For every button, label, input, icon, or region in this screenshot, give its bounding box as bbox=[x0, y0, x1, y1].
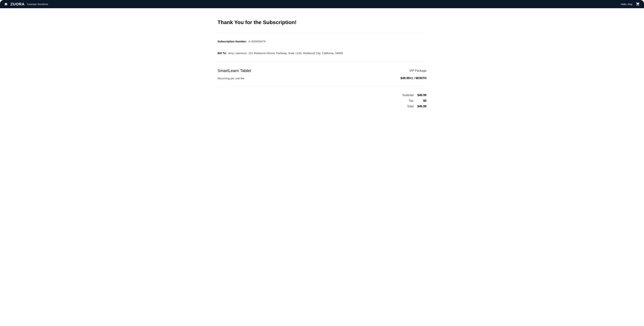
product-package: VIP Package bbox=[409, 69, 426, 73]
subscription-number-row: Subscription Number: A-S00000476 bbox=[218, 40, 426, 43]
total-row: Total: $49.99 bbox=[407, 105, 426, 108]
subtotal-row: Subtotal: $49.99 bbox=[402, 94, 426, 97]
subscription-info-section: Subscription Number: A-S00000476 Bill To… bbox=[218, 33, 426, 62]
product-section: SmartLearn Tablet VIP Package Recurring … bbox=[218, 62, 426, 87]
tax-value: $0 bbox=[417, 99, 426, 103]
product-header: SmartLearn Tablet VIP Package bbox=[218, 68, 426, 73]
app-wrapper: ZUORA Example Storefront Hello, Amy Than… bbox=[0, 0, 644, 326]
app-header: ZUORA Example Storefront Hello, Amy bbox=[0, 0, 644, 8]
tax-label: Tax: bbox=[409, 99, 414, 103]
bill-to-row: Bill To: Amy Lawrence, 101 Redwood Shore… bbox=[218, 52, 426, 55]
tax-row: Tax: $0 bbox=[409, 99, 426, 103]
total-label: Total: bbox=[407, 105, 414, 108]
cart-icon[interactable] bbox=[636, 2, 640, 6]
total-value: $49.99 bbox=[417, 105, 426, 108]
brand-logo[interactable]: ZUORA bbox=[10, 2, 25, 6]
subscription-number-label: Subscription Number: bbox=[218, 40, 247, 43]
user-greeting: Hello, Amy bbox=[621, 3, 632, 6]
subtotal-value: $49.99 bbox=[417, 94, 426, 97]
fee-amount: $49.99×1 / MONTH bbox=[400, 77, 426, 80]
storefront-label: Example Storefront bbox=[27, 3, 48, 6]
home-icon[interactable] bbox=[4, 2, 8, 6]
main-content: Thank You for the Subscription! Subscrip… bbox=[218, 8, 426, 115]
fee-type: Recurring per unit fee bbox=[218, 77, 244, 80]
page-title: Thank You for the Subscription! bbox=[218, 20, 426, 25]
product-fee-row: Recurring per unit fee $49.99×1 / MONTH bbox=[218, 77, 426, 80]
bill-to-value: Amy Lawrence, 101 Redwood Shores Parkway… bbox=[228, 52, 343, 55]
header-right: Hello, Amy bbox=[621, 2, 640, 6]
bill-to-label: Bill To: bbox=[218, 52, 227, 55]
subtotal-label: Subtotal: bbox=[402, 94, 414, 97]
totals-section: Subtotal: $49.99 Tax: $0 Total: $49.99 bbox=[218, 87, 426, 115]
product-name: SmartLearn Tablet bbox=[218, 68, 251, 73]
header-left: ZUORA Example Storefront bbox=[4, 2, 48, 6]
subscription-number-value: A-S00000476 bbox=[248, 40, 266, 43]
